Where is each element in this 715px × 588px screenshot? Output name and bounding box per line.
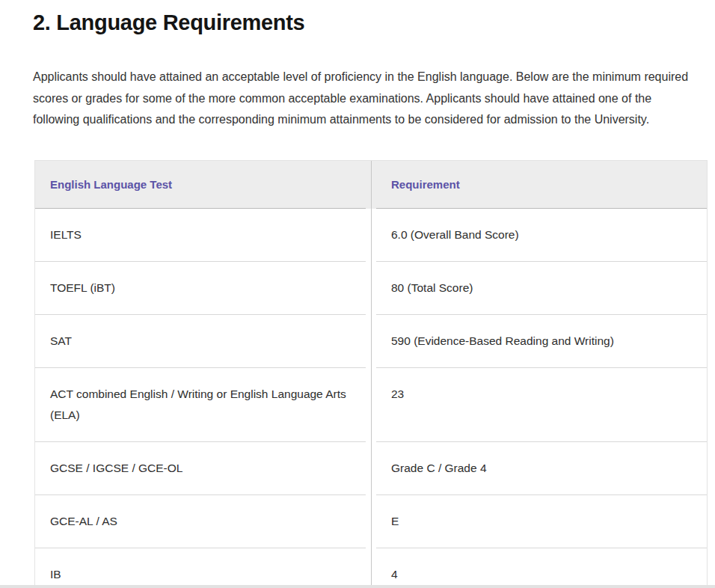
- requirement-cell: Grade C / Grade 4: [376, 442, 707, 495]
- table-row-sat: SAT 590 (Evidence-Based Reading and Writ…: [35, 315, 707, 368]
- column-header-english-language-test: English Language Test: [35, 161, 366, 209]
- page-title: 2. Language Requirements: [33, 10, 696, 35]
- table-row-act: ACT combined English / Writing or Englis…: [35, 368, 707, 442]
- table-row-ib: IB 4: [35, 548, 707, 588]
- table-row-gcse: GCSE / IGCSE / GCE-OL Grade C / Grade 4: [35, 442, 707, 495]
- requirement-cell: 6.0 (Overall Band Score): [376, 209, 707, 262]
- requirement-cell: 23: [376, 368, 707, 442]
- table-row-toefl: TOEFL (iBT) 80 (Total Score): [35, 262, 707, 315]
- intro-paragraph: Applicants should have attained an accep…: [33, 67, 696, 131]
- page-content: 2. Language Requirements Applicants shou…: [0, 0, 715, 588]
- table-row-ielts: IELTS 6.0 (Overall Band Score): [35, 209, 707, 262]
- test-name-cell: GCE-AL / AS: [35, 495, 366, 548]
- requirement-cell: 4: [376, 548, 707, 588]
- test-name-cell: ACT combined English / Writing or Englis…: [35, 368, 366, 442]
- column-header-requirement: Requirement: [376, 161, 707, 209]
- requirement-cell: E: [376, 495, 707, 548]
- requirement-cell: 590 (Evidence-Based Reading and Writing): [376, 315, 707, 368]
- table-header-row: English Language Test Requirement: [35, 161, 707, 209]
- test-name-cell: SAT: [35, 315, 366, 368]
- test-name-cell: GCSE / IGCSE / GCE-OL: [35, 442, 366, 495]
- requirement-cell: 80 (Total Score): [376, 262, 707, 315]
- table-row-gce-al: GCE-AL / AS E: [35, 495, 707, 548]
- language-requirements-table: English Language Test Requirement IELTS …: [34, 160, 708, 588]
- test-name-cell: IELTS: [35, 209, 366, 262]
- test-name-cell: TOEFL (iBT): [35, 262, 366, 315]
- viewport-bottom-edge: [0, 585, 715, 588]
- test-name-cell: IB: [35, 548, 366, 588]
